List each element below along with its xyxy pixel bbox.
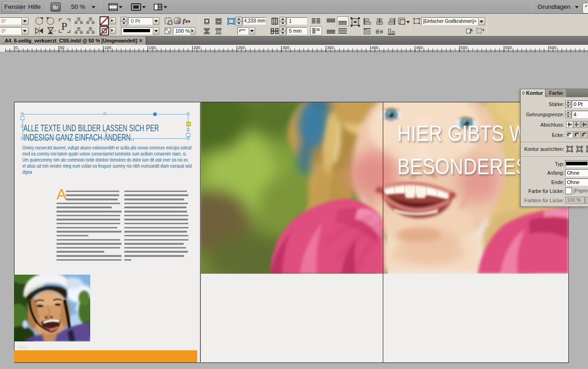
svg-text:P: P — [61, 21, 67, 32]
